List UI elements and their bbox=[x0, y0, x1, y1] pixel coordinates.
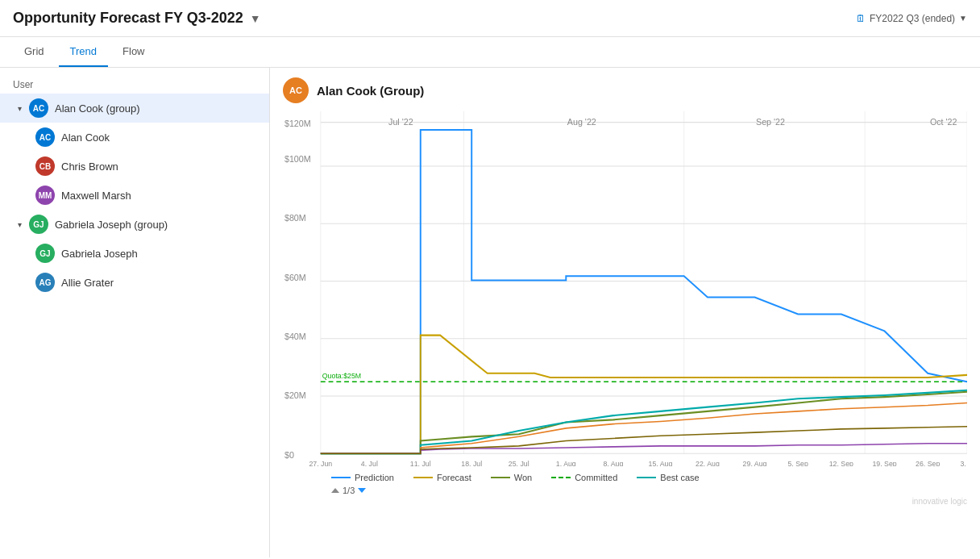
svg-text:$0: $0 bbox=[284, 449, 294, 459]
sidebar-item-gabriela-joseph-group[interactable]: ▾ GJ Gabriela Joseph (group) ↗ bbox=[0, 210, 269, 239]
svg-text:8. Aug: 8. Aug bbox=[603, 460, 623, 466]
sidebar-item-alan-cook[interactable]: AC Alan Cook ↗ bbox=[0, 123, 269, 152]
watermark-text: innovative logic bbox=[912, 497, 967, 506]
svg-text:$120M: $120M bbox=[284, 119, 311, 128]
legend-label-prediction: Prediction bbox=[355, 473, 394, 482]
trend-chart: $0 $20M $40M $60M $80M $100M $120M bbox=[283, 111, 967, 466]
avatar-chris-brown: CB bbox=[35, 156, 55, 176]
legend-line-prediction bbox=[331, 477, 351, 478]
sidebar-item-alan-cook-group[interactable]: ▾ AC Alan Cook (group) ↗ bbox=[0, 94, 269, 123]
svg-text:$60M: $60M bbox=[284, 272, 306, 282]
legend-line-forecast bbox=[413, 477, 433, 478]
tree-toggle-alan-cook-group[interactable]: ▾ bbox=[13, 104, 26, 113]
avatar-alan-cook-group: AC bbox=[29, 98, 48, 118]
chart-pagination: 1/3 bbox=[283, 484, 967, 495]
period-dropdown-icon[interactable]: ▼ bbox=[959, 14, 967, 23]
legend-label-bestcase: Best case bbox=[660, 473, 699, 482]
legend-item-committed: Committed bbox=[551, 473, 617, 482]
pagination-label: 1/3 bbox=[343, 486, 355, 495]
chart-header-avatar: AC bbox=[283, 77, 309, 103]
watermark: innovative logic bbox=[283, 497, 967, 506]
svg-text:19. Sep: 19. Sep bbox=[872, 460, 896, 466]
chart-legend: Prediction Forecast Won Committed Best c… bbox=[283, 466, 967, 484]
svg-text:$40M: $40M bbox=[284, 332, 306, 341]
sidebar-item-chris-brown[interactable]: CB Chris Brown ↗ bbox=[0, 152, 269, 181]
svg-text:15. Aug: 15. Aug bbox=[649, 460, 673, 466]
avatar-gabriela-joseph: GJ bbox=[35, 244, 55, 263]
svg-text:3. ...: 3. ... bbox=[960, 460, 967, 466]
tab-flow[interactable]: Flow bbox=[111, 37, 156, 67]
svg-text:Quota:$25M: Quota:$25M bbox=[322, 372, 361, 380]
sidebar-label-allie-grater: Allie Grater bbox=[61, 277, 243, 289]
legend-line-won bbox=[491, 477, 510, 478]
legend-label-won: Won bbox=[514, 473, 532, 482]
svg-text:26. Sep: 26. Sep bbox=[916, 460, 940, 466]
legend-line-bestcase bbox=[637, 477, 656, 478]
sidebar-label-gabriela-joseph: Gabriela Joseph bbox=[61, 248, 243, 260]
app-header: Opportunity Forecast FY Q3-2022 ▼ 🗓 FY20… bbox=[0, 0, 980, 37]
svg-text:$20M: $20M bbox=[284, 390, 306, 400]
main-layout: User ▾ AC Alan Cook (group) ↗ AC Alan Co… bbox=[0, 68, 980, 557]
legend-line-committed bbox=[551, 477, 571, 478]
svg-text:$100M: $100M bbox=[284, 154, 311, 164]
svg-text:22. Aug: 22. Aug bbox=[696, 460, 720, 466]
svg-text:27. Jun: 27. Jun bbox=[309, 460, 332, 466]
svg-text:11. Jul: 11. Jul bbox=[410, 460, 431, 466]
svg-text:4. Jul: 4. Jul bbox=[361, 460, 378, 466]
legend-item-prediction: Prediction bbox=[331, 473, 394, 482]
tab-trend[interactable]: Trend bbox=[59, 37, 108, 67]
chart-svg-container: $0 $20M $40M $60M $80M $100M $120M bbox=[283, 111, 967, 466]
svg-text:25. Jul: 25. Jul bbox=[509, 460, 529, 466]
period-selector[interactable]: 🗓 FY2022 Q3 (ended) ▼ bbox=[856, 13, 967, 24]
avatar-allie-grater: AG bbox=[35, 273, 55, 292]
svg-text:5. Sep: 5. Sep bbox=[787, 460, 808, 466]
svg-text:$80M: $80M bbox=[284, 213, 306, 223]
title-dropdown-icon[interactable]: ▼ bbox=[250, 12, 261, 25]
sidebar-section-label: User bbox=[0, 74, 269, 94]
tree-toggle-gabriela-joseph-group[interactable]: ▾ bbox=[13, 220, 26, 229]
svg-text:Sep '22: Sep '22 bbox=[756, 116, 785, 126]
pagination-up-icon[interactable] bbox=[331, 488, 339, 493]
sidebar-label-gabriela-joseph-group: Gabriela Joseph (group) bbox=[55, 219, 243, 231]
sidebar-item-allie-grater[interactable]: AG Allie Grater ↗ bbox=[0, 268, 269, 297]
avatar-maxwell-marsh: MM bbox=[35, 186, 55, 205]
sidebar-item-maxwell-marsh[interactable]: MM Maxwell Marsh ↗ bbox=[0, 181, 269, 210]
sidebar-item-gabriela-joseph[interactable]: GJ Gabriela Joseph ↗ bbox=[0, 239, 269, 268]
period-label: FY2022 Q3 (ended) bbox=[870, 13, 955, 24]
calendar-icon: 🗓 bbox=[856, 13, 866, 24]
legend-item-bestcase: Best case bbox=[637, 473, 699, 482]
svg-text:Aug '22: Aug '22 bbox=[567, 116, 596, 126]
avatar-alan-cook: AC bbox=[35, 127, 55, 147]
legend-label-committed: Committed bbox=[575, 473, 617, 482]
svg-text:Oct '22: Oct '22 bbox=[930, 116, 957, 126]
legend-item-forecast: Forecast bbox=[413, 473, 471, 482]
tab-grid[interactable]: Grid bbox=[13, 37, 56, 67]
sidebar: User ▾ AC Alan Cook (group) ↗ AC Alan Co… bbox=[0, 68, 270, 557]
avatar-gabriela-joseph-group: GJ bbox=[29, 215, 48, 234]
svg-text:12. Sep: 12. Sep bbox=[829, 460, 853, 466]
svg-text:29. Aug: 29. Aug bbox=[743, 460, 767, 466]
svg-text:1. Aug: 1. Aug bbox=[556, 460, 576, 466]
nav-tabs-bar: Grid Trend Flow bbox=[0, 37, 980, 68]
chart-header: AC Alan Cook (Group) bbox=[283, 77, 967, 103]
svg-text:18. Jul: 18. Jul bbox=[461, 460, 482, 466]
page-title: Opportunity Forecast FY Q3-2022 bbox=[13, 10, 243, 27]
chart-header-title: Alan Cook (Group) bbox=[317, 84, 424, 98]
sidebar-label-maxwell-marsh: Maxwell Marsh bbox=[61, 190, 243, 202]
sidebar-label-alan-cook-group: Alan Cook (group) bbox=[55, 102, 243, 115]
svg-text:Jul '22: Jul '22 bbox=[388, 116, 413, 126]
pagination-down-icon[interactable] bbox=[358, 488, 366, 493]
chart-area: AC Alan Cook (Group) $0 $20M $40M $60M $… bbox=[270, 68, 980, 557]
legend-item-won: Won bbox=[491, 473, 532, 482]
sidebar-label-chris-brown: Chris Brown bbox=[61, 161, 243, 173]
sidebar-label-alan-cook: Alan Cook bbox=[61, 131, 243, 144]
legend-label-forecast: Forecast bbox=[437, 473, 471, 482]
